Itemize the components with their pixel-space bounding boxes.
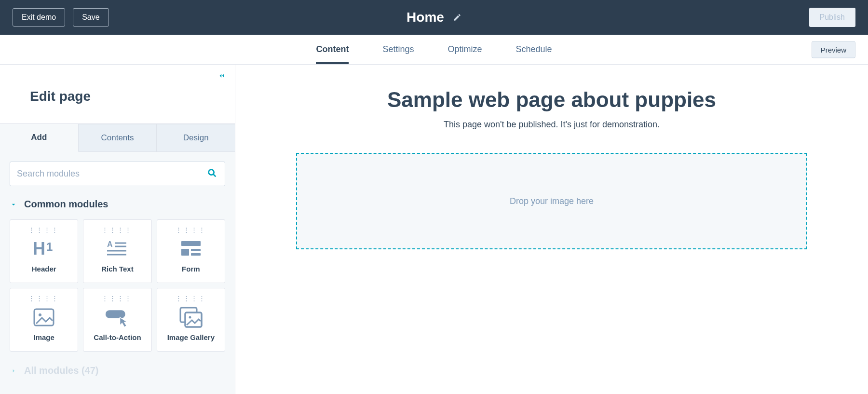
topbar-left: Exit demo Save xyxy=(13,8,109,27)
tab-schedule[interactable]: Schedule xyxy=(515,35,552,64)
sidebar: Edit page Add Contents Design Common mod… xyxy=(0,65,235,394)
dropzone-label: Drop your image here xyxy=(510,196,594,206)
gallery-icon xyxy=(178,306,203,328)
drag-handle-icon: ⋮⋮⋮⋮ xyxy=(28,227,59,233)
search-wrap xyxy=(10,162,225,186)
module-header[interactable]: ⋮⋮⋮⋮ H1 Header xyxy=(10,219,78,283)
sidebar-tabs: Add Contents Design xyxy=(0,124,235,152)
tab-content[interactable]: Content xyxy=(316,35,349,64)
header-icon: H1 xyxy=(31,238,56,260)
module-label: Image Gallery xyxy=(167,333,215,341)
search-icon[interactable] xyxy=(207,168,217,180)
svg-text:A: A xyxy=(107,240,113,248)
module-label: Header xyxy=(32,265,56,273)
save-button[interactable]: Save xyxy=(73,8,108,27)
svg-rect-15 xyxy=(106,310,125,318)
page-title-wrap: Home xyxy=(407,10,461,25)
svg-rect-9 xyxy=(181,241,201,246)
canvas: Sample web page about puppies This page … xyxy=(235,65,868,394)
svg-rect-12 xyxy=(191,253,201,256)
sidebar-tab-design[interactable]: Design xyxy=(157,124,235,151)
module-label: Image xyxy=(33,333,54,341)
page-title: Home xyxy=(407,10,444,25)
search-input[interactable] xyxy=(10,162,225,186)
svg-rect-10 xyxy=(181,249,189,256)
form-icon xyxy=(178,238,203,260)
module-label: Rich Text xyxy=(101,265,133,273)
drag-handle-icon: ⋮⋮⋮⋮ xyxy=(176,227,206,233)
module-form[interactable]: ⋮⋮⋮⋮ Form xyxy=(157,219,225,283)
module-rich-text[interactable]: ⋮⋮⋮⋮ A Rich Text xyxy=(83,219,151,283)
image-icon xyxy=(31,306,56,328)
sidebar-header: Edit page xyxy=(0,65,235,124)
publish-button[interactable]: Publish xyxy=(809,8,855,27)
section-common-title: Common modules xyxy=(24,199,108,210)
sidebar-tab-contents[interactable]: Contents xyxy=(79,124,157,151)
svg-text:1: 1 xyxy=(46,240,53,253)
svg-text:H: H xyxy=(33,239,45,258)
drag-handle-icon: ⋮⋮⋮⋮ xyxy=(102,227,133,233)
preview-button[interactable]: Preview xyxy=(812,41,855,58)
sidebar-body: Common modules ⋮⋮⋮⋮ H1 Header ⋮⋮⋮⋮ A Ric… xyxy=(0,152,235,386)
exit-demo-button[interactable]: Exit demo xyxy=(13,8,65,27)
main-tabs: Content Settings Optimize Schedule Previ… xyxy=(0,35,868,65)
svg-point-14 xyxy=(39,313,41,316)
section-all-title: All modules (47) xyxy=(24,365,98,376)
sidebar-tab-add[interactable]: Add xyxy=(0,124,79,152)
module-cta[interactable]: ⋮⋮⋮⋮ Call-to-Action xyxy=(83,288,151,352)
svg-rect-11 xyxy=(191,249,201,251)
topbar: Exit demo Save Home Publish xyxy=(0,0,868,35)
edit-title-icon[interactable] xyxy=(453,13,461,22)
module-grid: ⋮⋮⋮⋮ H1 Header ⋮⋮⋮⋮ A Rich Text ⋮⋮⋮⋮ xyxy=(10,219,225,352)
module-image-gallery[interactable]: ⋮⋮⋮⋮ Image Gallery xyxy=(157,288,225,352)
module-image[interactable]: ⋮⋮⋮⋮ Image xyxy=(10,288,78,352)
workspace: Edit page Add Contents Design Common mod… xyxy=(0,65,868,394)
tab-optimize[interactable]: Optimize xyxy=(448,35,482,64)
collapse-sidebar-icon[interactable] xyxy=(217,71,226,82)
canvas-subtext: This page won't be published. It's just … xyxy=(264,120,839,130)
module-label: Form xyxy=(182,265,200,273)
module-label: Call-to-Action xyxy=(94,333,141,341)
cta-icon xyxy=(105,306,130,328)
drag-handle-icon: ⋮⋮⋮⋮ xyxy=(28,295,59,301)
rich-text-icon: A xyxy=(105,238,130,260)
svg-line-1 xyxy=(213,174,216,177)
drag-handle-icon: ⋮⋮⋮⋮ xyxy=(176,295,206,301)
sidebar-heading: Edit page xyxy=(30,89,235,104)
canvas-heading: Sample web page about puppies xyxy=(264,88,839,112)
image-dropzone[interactable]: Drop your image here xyxy=(296,153,807,249)
tab-settings[interactable]: Settings xyxy=(382,35,414,64)
svg-point-19 xyxy=(189,316,191,319)
drag-handle-icon: ⋮⋮⋮⋮ xyxy=(102,295,133,301)
section-common-modules-header[interactable]: Common modules xyxy=(10,199,225,210)
section-all-modules-header[interactable]: All modules (47) xyxy=(10,365,225,376)
svg-point-0 xyxy=(209,169,214,175)
